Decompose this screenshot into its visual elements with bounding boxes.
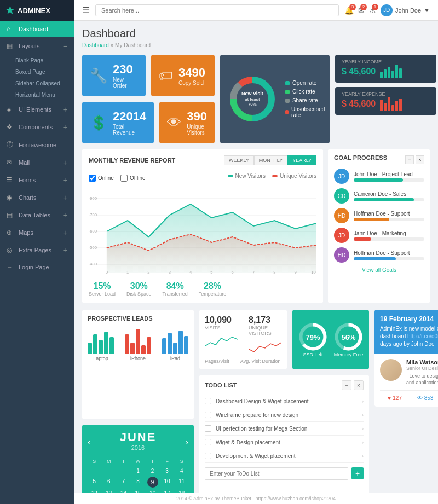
cal-day-17[interactable]: 17 [160,489,174,493]
todo-check-4[interactable] [205,439,211,445]
income-label: YEARLY INCOME [342,59,430,65]
hamburger-icon[interactable]: ☰ [82,5,90,15]
todo-check-5[interactable] [205,453,211,459]
todo-add-btn[interactable]: + [351,467,364,479]
cal-day-18[interactable]: 18 [175,489,188,493]
day-s1: S [88,457,101,465]
event-link[interactable]: http://t.co/d0t.Vn4w4 [407,333,438,339]
stat-copy-sold: 🏷 3490 Copy Sold [151,55,215,96]
stat-disk: 30% Disk Space [126,281,152,297]
cal-day-7[interactable]: 7 [117,477,130,488]
sidebar-label-dashboard: Dashboard [19,26,48,32]
btn-yearly[interactable]: YEARLY [287,155,316,165]
laptop-chart: Laptop [88,326,114,361]
todo-item-2: Wireframe prepare for new design › [205,408,364,422]
view-all-goals[interactable]: View all Goals [334,267,424,273]
stat-server: 15% Server Load [89,281,116,297]
sidebar-sub-boxed[interactable]: Boxed Page [0,66,74,78]
visits-circular-row: 10,090 Visits 8,173 Unique Visitors [199,310,369,369]
cal-day-12[interactable]: 12 [88,489,101,493]
chart-title: MONTHLY REVENUE REPORT [89,157,175,164]
ui-icon: ◈ [7,106,14,113]
cal-day-2[interactable]: 2 [146,466,159,476]
todo-input[interactable] [205,467,348,480]
todo-minimize[interactable]: − [342,380,351,390]
todo-check-3[interactable] [205,425,211,432]
cal-prev-btn[interactable]: ‹ [88,437,90,447]
todo-check-1[interactable] [205,398,211,404]
todo-close[interactable]: × [354,380,364,390]
cal-day-10[interactable]: 10 [160,477,174,488]
cal-day-14[interactable]: 14 [117,489,130,493]
online-checkbox[interactable] [89,175,96,182]
ebar4 [391,105,394,111]
btn-monthly[interactable]: MONTHLY [254,155,287,165]
expense-mini-bars [380,97,402,111]
sidebar-label-charts: Charts [19,194,36,201]
sidebar-item-datatables[interactable]: ▤ Data Tables + [0,206,74,224]
ebar6 [399,99,402,111]
breadcrumb-home[interactable]: Dashboard [82,42,109,48]
offline-checkbox[interactable] [120,175,128,182]
checkbox-online[interactable]: Online [89,175,114,182]
sidebar-item-extra[interactable]: ◎ Extra Pages + [0,241,74,259]
sidebar-item-fontawesome[interactable]: Ⓕ Fontawesome [0,136,74,154]
cal-day-15[interactable]: 15 [131,489,145,493]
sidebar-item-charts[interactable]: ◉ Charts + [0,189,74,206]
sidebar-item-mail[interactable]: ✉ Mail + [0,154,74,171]
cal-day-8[interactable]: 8 [131,477,145,488]
sidebar-item-layouts[interactable]: ▦ Layouts − [0,37,74,55]
cal-day-5[interactable]: 5 [88,477,101,488]
event-date: 19 February 2014 [380,315,438,323]
goal-progress: GOAL PROGRESS − × JD John Doe - Project … [328,149,430,303]
search-input[interactable] [95,4,339,16]
sidebar-item-components[interactable]: ❖ Components + [0,118,74,136]
stat-transferred: 84% Transferred [163,281,188,297]
notification-bell[interactable]: 🔔3 [344,6,354,15]
checkbox-offline[interactable]: Offline [120,175,146,182]
todo-arrow-4: › [362,439,364,445]
sidebar-item-forms[interactable]: ☰ Forms + [0,171,74,189]
day-t1: T [117,457,130,465]
sidebar-item-ui-elements[interactable]: ◈ UI Elements + [0,101,74,118]
btn-weekly[interactable]: WEEKLY [224,155,254,165]
cal-day-16[interactable]: 16 [146,489,159,493]
user-menu[interactable]: JD John Doe ▼ [381,4,430,16]
cal-empty2 [102,466,116,476]
profile-desc: - Love to design websites and applicatio… [406,373,438,386]
right-column: 19 February 2014 AdminEx is new model of… [374,310,438,493]
copy-icon: 🏷 [159,67,173,84]
sidebar-item-maps[interactable]: ⊕ Maps + [0,224,74,241]
sidebar-item-dashboard[interactable]: ⌂ Dashboard [0,21,74,37]
todo-text-2: Wireframe prepare for new design [216,412,298,418]
message-icon[interactable]: ✉2 [358,6,365,15]
sidebar-item-login[interactable]: → Login Page [0,259,74,275]
goal-close[interactable]: × [416,155,424,164]
unique-visitors: 8,173 Unique Visitors [249,315,281,356]
cal-day-4[interactable]: 4 [175,466,188,476]
legend-dot-open [285,81,290,85]
user-avatar: JD [381,4,393,16]
cal-day-3[interactable]: 3 [160,466,174,476]
ebar1 [380,100,383,111]
goal-minimize[interactable]: − [405,155,414,164]
sidebar-sub-blank[interactable]: Blank Page [0,55,74,66]
alert-icon[interactable]: ⚠1 [369,6,376,15]
todo-check-2[interactable] [205,412,211,418]
main-content: ☰ 🔔3 ✉2 ⚠1 JD John Doe ▼ Dashboard Dashb… [74,0,438,504]
cal-day-9-today[interactable]: 9 [147,477,158,488]
forms-icon: ☰ [7,176,14,184]
cal-day-6[interactable]: 6 [102,477,116,488]
ebar3 [388,97,390,111]
cal-day-1[interactable]: 1 [131,466,145,476]
lb5 [110,337,114,354]
todo-arrow-3: › [362,426,364,432]
bar4 [391,71,394,78]
sidebar-sub-horizontal[interactable]: Horizontal Menu [0,89,74,101]
cal-day-13[interactable]: 13 [102,489,116,493]
sidebar-sub-sidebar-collapsed[interactable]: Sidebar Collapsed [0,78,74,89]
cal-next-btn[interactable]: › [186,437,188,447]
legend-dot-unsub [285,110,289,114]
lb2 [93,334,97,354]
cal-day-11[interactable]: 11 [175,477,188,488]
